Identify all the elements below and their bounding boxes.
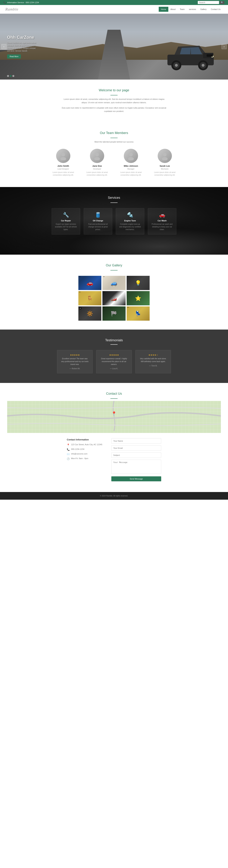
gallery-item-2[interactable] <box>126 276 150 290</box>
service-card-0: 🔧 Car Repair Expert car repair services … <box>52 208 80 235</box>
svg-point-12 <box>95 153 99 156</box>
gallery-item-7[interactable] <box>103 306 125 321</box>
svg-point-6 <box>202 64 204 67</box>
team-card-2: Mike Johnson Manager Lorem ipsum dolor s… <box>116 149 146 176</box>
team-avatar-0 <box>56 149 70 163</box>
contact-phone: 📞 000-1234-1234 <box>67 448 106 451</box>
gallery-item-3[interactable] <box>78 291 102 305</box>
contact-title: Contact Us <box>7 392 221 396</box>
contact-grid: Contact Information 📍 123 Car Street, Au… <box>7 438 221 481</box>
team-divider <box>110 138 118 138</box>
contact-info: Contact Information 📍 123 Car Street, Au… <box>67 438 106 481</box>
team-avatar-3 <box>158 149 172 163</box>
team-text: Meet the talented people behind our succ… <box>61 140 167 144</box>
nav-home[interactable]: Home <box>159 7 168 12</box>
nav-about[interactable]: About <box>168 7 178 12</box>
gallery-item-5[interactable] <box>126 291 150 305</box>
contact-message-input[interactable] <box>111 460 161 474</box>
contact-email-input[interactable] <box>111 445 161 451</box>
testimonial-stars-1: ★★★★★ <box>100 354 128 356</box>
hero-dot-2[interactable] <box>10 75 11 77</box>
hero-title: Ohh CarZone <box>7 35 39 40</box>
service-name-1: Oil Change <box>87 220 109 222</box>
address-icon: 📍 <box>67 444 69 446</box>
gallery-item-4[interactable] <box>103 291 125 305</box>
testimonial-author-1: — Lisa K. <box>100 368 128 370</box>
team-desc-2: Lorem ipsum dolor sit amet consectetur a… <box>116 171 146 176</box>
nav-services[interactable]: services <box>187 7 198 12</box>
services-grid: 🔧 Car Repair Expert car repair services … <box>7 208 221 235</box>
footer-text: © 2024 Ramble. All rights reserved. <box>100 495 128 497</box>
gallery-title: Our Gallery <box>7 264 221 267</box>
svg-point-17 <box>162 157 168 160</box>
service-name-2: Engine Tune <box>119 220 141 222</box>
hero-prev-arrow[interactable]: ‹ <box>1 44 6 49</box>
team-desc-0: Lorem ipsum dolor sit amet consectetur a… <box>48 171 78 176</box>
team-desc-1: Lorem ipsum dolor sit amet consectetur a… <box>82 171 112 176</box>
gallery-tag-4 <box>103 292 105 292</box>
gallery-section: Our Gallery ♦ <box>0 255 228 330</box>
team-role-2: Manager <box>116 168 146 170</box>
contact-info-title: Contact Information <box>67 438 106 441</box>
hero-next-arrow[interactable]: › <box>222 44 227 49</box>
nav-team[interactable]: Team <box>178 7 187 12</box>
contact-name-input[interactable] <box>111 438 161 444</box>
search-input[interactable] <box>198 1 219 4</box>
contact-subject-input[interactable] <box>111 453 161 458</box>
welcome-text2: Duis aute irure dolor in reprehenderit i… <box>61 106 167 113</box>
service-desc-0: Expert car repair services available 24/… <box>55 223 77 231</box>
nav-links: Home About Team services Gallery Contact… <box>159 7 223 12</box>
svg-point-11 <box>60 157 66 160</box>
svg-point-13 <box>94 157 100 160</box>
gallery-item-0[interactable] <box>78 276 102 290</box>
contact-email: ✉️ info@carzone.com <box>67 453 106 456</box>
svg-point-15 <box>128 157 134 160</box>
svg-point-10 <box>61 153 65 156</box>
testimonial-card-0: ★★★★★ Excellent service! The team was ve… <box>57 350 93 373</box>
welcome-title: Welcome to our page <box>7 88 221 92</box>
gallery-item-6[interactable]: ♦ <box>78 306 102 321</box>
hero-content: Ohh CarZone Donec facilisis leo, eget po… <box>0 30 46 64</box>
hero-dot-1[interactable] <box>7 75 9 77</box>
team-card-1: Jane Doe Developer Lorem ipsum dolor sit… <box>82 149 112 176</box>
gallery-item-8[interactable] <box>126 306 150 321</box>
testimonials-divider <box>110 344 118 345</box>
service-desc-3: Professional car wash and detailing to k… <box>151 223 173 231</box>
team-role-3: Mechanic <box>150 168 180 170</box>
service-card-2: 🔩 Engine Tune Complete engine tune-up an… <box>116 208 144 235</box>
search-button[interactable]: 🔍 <box>220 1 224 4</box>
nav-contact[interactable]: Contact Us <box>209 7 223 12</box>
logo[interactable]: Ramble <box>5 7 18 11</box>
testimonial-author-2: — Tom B. <box>139 365 167 367</box>
testimonial-stars-0: ★★★★★ <box>61 354 89 356</box>
hero-dots <box>7 75 14 77</box>
contact-hours-text: Mon-Fri: 9am - 6pm <box>71 457 88 460</box>
team-name-1: Jane Doe <box>82 165 112 167</box>
welcome-divider <box>110 95 118 95</box>
hero-read-more-button[interactable]: Read More <box>7 55 21 59</box>
team-grid: John Smith Lead Designer Lorem ipsum dol… <box>7 149 221 176</box>
service-icon-3: 🚗 <box>151 212 173 218</box>
service-card-3: 🚗 Car Wash Professional car wash and det… <box>148 208 176 235</box>
gallery-tag-5 <box>127 292 129 292</box>
hero-section: Ohh CarZone Donec facilisis leo, eget po… <box>0 14 228 80</box>
contact-hours: 🕐 Mon-Fri: 9am - 6pm <box>67 457 106 460</box>
gallery-tag-6: ♦ <box>79 307 81 309</box>
contact-address-text: 123 Car Street, Auto City, AC 12345 <box>71 443 102 445</box>
gallery-tag-0 <box>79 277 81 277</box>
testimonials-section: Testimonials ★★★★★ Excellent service! Th… <box>0 330 228 383</box>
svg-rect-9 <box>207 54 213 57</box>
service-name-3: Car Wash <box>151 220 173 222</box>
gallery-tag-3 <box>79 292 81 292</box>
service-icon-2: 🔩 <box>119 212 141 218</box>
hero-dot-3[interactable] <box>12 75 14 77</box>
testimonial-stars-2: ★★★★☆ <box>139 354 167 356</box>
topbar-search: 🔍 <box>198 1 224 4</box>
gallery-item-1[interactable] <box>103 276 125 290</box>
testimonials-grid: ★★★★★ Excellent service! The team was ve… <box>7 350 221 373</box>
phone-icon: 📞 <box>4 1 6 4</box>
contact-submit-button[interactable]: Send Message <box>111 476 161 481</box>
contact-section: Contact Us 📍 Contact Information 📍 123 C… <box>0 383 228 492</box>
nav-gallery[interactable]: Gallery <box>198 7 209 12</box>
hero-text: Donec facilisis leo, eget porta rutrum v… <box>7 42 39 52</box>
